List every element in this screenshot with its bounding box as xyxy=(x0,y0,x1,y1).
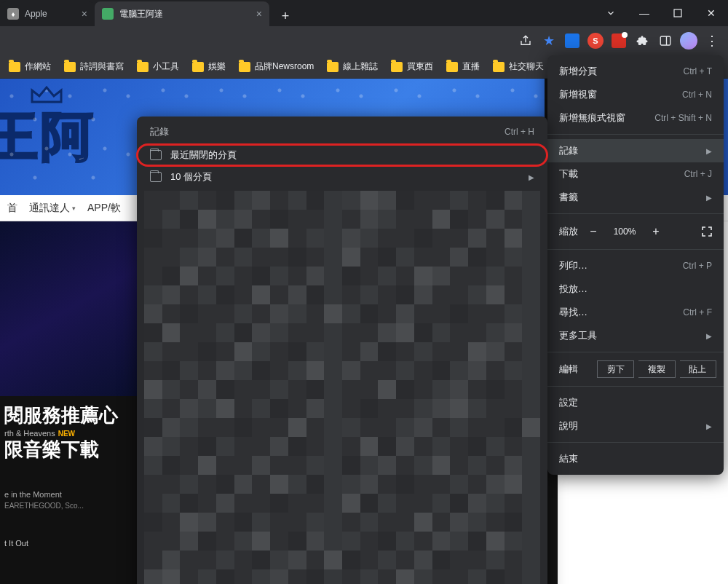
menu-downloads[interactable]: 下載Ctrl + J xyxy=(547,162,724,186)
chrome-main-menu: 新增分頁Ctrl + T 新增視窗Ctrl + N 新增無痕式視窗Ctrl + … xyxy=(547,55,724,475)
chevron-right-icon: ▶ xyxy=(706,147,712,155)
extensions-puzzle-icon[interactable] xyxy=(632,31,652,51)
menu-more-tools[interactable]: 更多工具▶ xyxy=(547,324,724,347)
bookmark-folder[interactable]: 詩詞與書寫 xyxy=(58,58,130,76)
bookmark-folder[interactable]: 直播 xyxy=(440,58,486,76)
nav-item[interactable]: 首 xyxy=(3,202,22,215)
tab-close-icon[interactable]: × xyxy=(82,8,87,20)
apple-favicon-icon: ♦ xyxy=(7,8,19,20)
menu-separator xyxy=(547,249,724,250)
nav-item[interactable]: APP/軟 xyxy=(83,202,125,215)
folder-icon xyxy=(137,62,149,72)
menu-separator xyxy=(547,213,724,214)
zoom-value: 100% xyxy=(609,226,641,237)
titlebar: ♦ Apple × 電腦王阿達 × + — ✕ xyxy=(0,0,728,26)
new-tab-button[interactable]: + xyxy=(275,6,296,26)
history-list-blurred xyxy=(144,191,540,584)
menu-exit[interactable]: 結束 xyxy=(547,447,724,470)
close-button[interactable]: ✕ xyxy=(695,2,728,24)
folder-icon xyxy=(327,62,339,72)
folder-icon xyxy=(446,62,458,72)
folder-icon xyxy=(493,62,505,72)
nav-item[interactable]: 通訊達人▾ xyxy=(25,202,80,215)
folder-icon xyxy=(64,62,76,72)
menu-separator xyxy=(547,352,724,352)
bookmark-folder[interactable]: 小工具 xyxy=(131,58,185,76)
cut-button[interactable]: 剪下 xyxy=(597,360,634,378)
bookmark-folder[interactable]: 買東西 xyxy=(385,58,439,76)
tab-label: Apple xyxy=(25,9,47,19)
menu-zoom: 縮放 − 100% + xyxy=(547,218,724,245)
zoom-in-button[interactable]: + xyxy=(646,223,665,240)
menu-help[interactable]: 說明▶ xyxy=(547,414,724,438)
folder-icon xyxy=(239,62,250,72)
menu-new-tab[interactable]: 新增分頁Ctrl + T xyxy=(547,60,724,83)
zoom-out-button[interactable]: − xyxy=(584,223,603,240)
article-meta: e in the Moment xyxy=(4,490,134,499)
tab-label: 電腦王阿達 xyxy=(119,8,163,20)
tab-strip: ♦ Apple × 電腦王阿達 × + xyxy=(0,0,296,26)
chevron-right-icon: ▶ xyxy=(706,194,712,202)
extension-notes-icon[interactable] xyxy=(609,31,629,51)
folder-icon xyxy=(391,62,403,72)
folder-icon xyxy=(9,62,20,72)
article-sub: rth & HeavensNEW xyxy=(4,429,134,438)
menu-print[interactable]: 列印…Ctrl + P xyxy=(547,254,724,277)
article-card[interactable]: 閱服務推薦心 rth & HeavensNEW 限音樂下載 e in the M… xyxy=(0,221,138,584)
recently-closed-tabs[interactable]: 最近關閉的分頁 xyxy=(137,144,547,166)
menu-separator xyxy=(547,442,724,443)
menu-history[interactable]: 記錄▶ xyxy=(547,139,724,162)
closed-tabs-count[interactable]: 10 個分頁 ▶ xyxy=(137,166,547,188)
crown-icon xyxy=(29,83,64,105)
bookmark-folder[interactable]: 線上雜誌 xyxy=(321,58,384,76)
article-bottom: t It Out xyxy=(4,539,134,548)
history-header[interactable]: 記錄 Ctrl + H xyxy=(137,119,547,144)
paste-button[interactable]: 貼上 xyxy=(680,360,716,378)
article-heading: 閱服務推薦心 xyxy=(4,403,134,427)
bookmark-star-icon[interactable]: ★ xyxy=(539,31,559,51)
extension-reader-icon[interactable] xyxy=(562,31,582,51)
menu-incognito[interactable]: 新增無痕式視窗Ctrl + Shift + N xyxy=(547,106,724,130)
kocpc-favicon-icon xyxy=(102,8,114,20)
tab-icon xyxy=(150,172,162,182)
window-controls: — ✕ xyxy=(594,0,728,26)
chevron-right-icon: ▶ xyxy=(706,422,712,430)
share-icon[interactable] xyxy=(515,31,536,51)
more-menu-button[interactable]: ⋮ xyxy=(702,31,722,51)
tab-close-icon[interactable]: × xyxy=(256,8,262,20)
chevron-right-icon: ▶ xyxy=(706,332,712,340)
copy-button[interactable]: 複製 xyxy=(638,360,675,378)
menu-edit-row: 編輯 剪下 複製 貼上 xyxy=(547,357,724,382)
menu-separator xyxy=(547,386,724,387)
bookmark-folder[interactable]: 娛樂 xyxy=(186,58,232,76)
tab-search-icon[interactable] xyxy=(594,2,628,24)
article-image xyxy=(0,221,138,396)
menu-bookmarks[interactable]: 書籤▶ xyxy=(547,186,724,209)
svg-rect-0 xyxy=(674,9,681,17)
menu-cast[interactable]: 投放… xyxy=(547,277,724,301)
bookmark-folder[interactable]: 社交聊天 xyxy=(487,58,550,76)
fullscreen-icon[interactable] xyxy=(699,224,715,240)
side-panel-icon[interactable] xyxy=(655,31,676,51)
menu-settings[interactable]: 設定 xyxy=(547,391,724,414)
tab-apple[interactable]: ♦ Apple × xyxy=(0,1,95,26)
menu-new-window[interactable]: 新增視窗Ctrl + N xyxy=(547,83,724,106)
menu-separator xyxy=(547,134,724,135)
folder-icon xyxy=(192,62,204,72)
profile-avatar[interactable] xyxy=(678,31,699,51)
article-heading-2: 限音樂下載 xyxy=(4,438,134,462)
tab-kocpc[interactable]: 電腦王阿達 × xyxy=(95,1,269,26)
maximize-button[interactable] xyxy=(661,2,695,24)
history-submenu: 記錄 Ctrl + H 最近關閉的分頁 10 個分頁 ▶ xyxy=(137,117,547,584)
article-meta-2: EARETHEGOOD, Sco... xyxy=(4,502,134,510)
toolbar: ★ S ⋮ xyxy=(0,26,728,55)
tab-icon xyxy=(150,150,162,160)
extension-s-icon[interactable]: S xyxy=(585,31,606,51)
chevron-right-icon: ▶ xyxy=(529,173,534,181)
menu-find[interactable]: 尋找…Ctrl + F xyxy=(547,301,724,324)
minimize-button[interactable]: — xyxy=(628,2,661,24)
bookmark-folder[interactable]: 品牌Newsroom xyxy=(233,58,320,76)
bookmark-folder[interactable]: 作網站 xyxy=(3,58,57,76)
svg-rect-1 xyxy=(660,36,670,45)
